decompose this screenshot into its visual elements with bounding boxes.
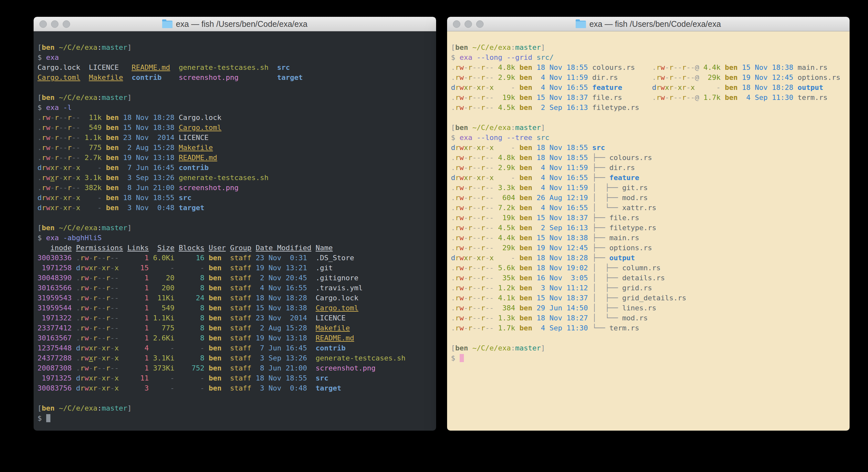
terminal-line: .rw-r--r-- 4.5k ben 2 Sep 16:13 ├── file… [451, 223, 848, 233]
terminal-line: 12375448 drwxr-xr-x 4 - - ben staff 7 Ju… [37, 343, 434, 353]
terminal-line: .rw-r--r-- 5.6k ben 18 Nov 19:02 │ ├── c… [451, 263, 848, 273]
terminal-line: 30083756 drwxr-xr-x 3 - - ben staff 3 No… [37, 383, 434, 393]
terminal-line: drwxr-xr-x - ben 18 Nov 18:28 ├── output [451, 253, 848, 263]
window-title: exa — fish /Users/ben/Code/exa/exa [589, 20, 721, 29]
terminal-line: [ben ~/C/e/exa:master] [37, 92, 434, 102]
terminal-line: drwxr-xr-x - ben 4 Nov 16:55 feature drw… [451, 83, 848, 92]
terminal-line: .rw-r--r-- 19k ben 15 Nov 18:37 ├── file… [451, 213, 848, 223]
terminal-line: .rw-r--r-- 4.8k ben 18 Nov 18:55 ├── col… [451, 153, 848, 163]
terminal-line: [ben ~/C/e/exa:master] [37, 223, 434, 233]
terminal-line: .rw-r--r-- 7.2k ben 4 Nov 16:55 │ └── xa… [451, 203, 848, 213]
window-title: exa — fish /Users/ben/Code/exa/exa [176, 20, 307, 29]
terminal-line: [ben ~/C/e/exa:master] [451, 42, 848, 52]
folder-icon [576, 21, 586, 28]
terminal-line: .rw-r--r-- 3.3k ben 4 Nov 11:59 │ ├── gi… [451, 183, 848, 193]
titlebar[interactable]: exa — fish /Users/ben/Code/exa/exa [34, 17, 436, 31]
terminal-line: .rw-r--r-- 2.9k ben 4 Nov 11:59 dir.rs .… [451, 72, 848, 83]
terminal-line [37, 393, 434, 403]
title-group: exa — fish /Users/ben/Code/exa/exa [162, 20, 307, 29]
close-button[interactable] [453, 20, 460, 28]
terminal-line: .rw-r--r-- 604 ben 26 Aug 12:19 │ ├── mo… [451, 193, 848, 203]
terminal-line: 23377412 .rw-r--r-- 1 775 8 ben staff 2 … [37, 323, 434, 333]
terminal-line: .rw-r--r-- 4.1k ben 15 Nov 18:37 │ ├── g… [451, 293, 848, 303]
terminal-line: .rw-r--r-- 35k ben 16 Nov 3:05 │ ├── det… [451, 273, 848, 283]
terminal-line: .rw-r--r-- 2.9k ben 4 Nov 11:59 ├── dir.… [451, 163, 848, 173]
terminal-line: 30030336 .rw-r--r-- 1 6.0Ki 16 ben staff… [37, 253, 434, 263]
zoom-button[interactable] [476, 20, 484, 28]
terminal-line: .rw-r--r-- 4.8k ben 18 Nov 18:55 colours… [451, 62, 848, 72]
terminal-line: drwxr-xr-x - ben 18 Nov 18:55 src [451, 143, 848, 153]
terminal-content[interactable]: [ben ~/C/e/exa:master]$ exaCargo.lock LI… [34, 31, 436, 431]
terminal-line: $ exa --long --grid src/ [451, 52, 848, 62]
terminal-line: 20087308 .rw-r--r-- 1 373Ki 752 ben staf… [37, 363, 434, 373]
minimize-button[interactable] [465, 20, 472, 28]
close-button[interactable] [39, 20, 47, 28]
terminal-line: 24377288 .rwxr-xr-x 1 3.1Ki 8 ben staff … [37, 353, 434, 363]
minimize-button[interactable] [51, 20, 59, 28]
terminal-line: Cargo.lock LICENCE README.md generate-te… [37, 62, 434, 72]
terminal-line: Cargo.toml Makefile contrib screenshot.p… [37, 72, 434, 83]
terminal-line: [ben ~/C/e/exa:master] [451, 343, 848, 353]
terminal-line [451, 113, 848, 122]
terminal-line: $ exa [37, 52, 434, 62]
terminal-line: .rw-r--r-- 1.2k ben 3 Nov 11:12 │ ├── gr… [451, 283, 848, 293]
terminal-line: 1971258 drwxr-xr-x 15 - - ben staff 19 N… [37, 263, 434, 273]
terminal-line: drwxr-xr-x - ben 18 Nov 18:55 src [37, 193, 434, 203]
terminal-line: 1971325 drwxr-xr-x 11 - - ben staff 18 N… [37, 373, 434, 383]
terminal-line: .rw-r--r-- 19k ben 15 Nov 18:37 file.rs … [451, 92, 848, 102]
terminal-line: .rwxr-xr-x 3.1k ben 3 Sep 13:26 generate… [37, 173, 434, 183]
terminal-line: 31959543 .rw-r--r-- 1 11Ki 24 ben staff … [37, 293, 434, 303]
text-cursor [460, 354, 464, 362]
terminal-line [37, 83, 434, 92]
traffic-lights [453, 17, 484, 31]
terminal-line: inode Permissions Links Size Blocks User… [37, 243, 434, 253]
terminal-line: [ben ~/C/e/exa:master] [37, 403, 434, 413]
terminal-line: .rw-r--r-- 4.4k ben 15 Nov 18:38 ├── mai… [451, 233, 848, 243]
terminal-line: $ exa -abghHliS [37, 233, 434, 243]
terminal-line: drwxr-xr-x - ben 4 Nov 16:55 ├── feature [451, 173, 848, 183]
terminal-line: .rw-r--r-- 1.3k ben 18 Nov 18:27 │ └── m… [451, 313, 848, 323]
zoom-button[interactable] [63, 20, 70, 28]
terminal-line: drwxr-xr-x - ben 7 Jun 16:45 contrib [37, 163, 434, 173]
terminal-line: 30163566 .rw-r--r-- 1 200 8 ben staff 4 … [37, 283, 434, 293]
terminal-line: .rw-r--r-- 549 ben 15 Nov 18:38 Cargo.to… [37, 122, 434, 132]
terminal-line: .rw-r--r-- 1.7k ben 4 Sep 11:30 └── term… [451, 323, 848, 333]
terminal-line: .rw-r--r-- 29k ben 19 Nov 12:45 ├── opti… [451, 243, 848, 253]
terminal-line: $ [451, 353, 848, 363]
terminal-line: .rw-r--r-- 775 ben 2 Aug 15:28 Makefile [37, 143, 434, 153]
terminal-line: $ [37, 413, 434, 423]
terminal-line: $ exa --long --tree src [451, 132, 848, 143]
terminal-content[interactable]: [ben ~/C/e/exa:master]$ exa --long --gri… [447, 31, 849, 431]
terminal-line: [ben ~/C/e/exa:master] [451, 122, 848, 132]
terminal-line: drwxr-xr-x - ben 3 Nov 0:48 target [37, 203, 434, 213]
terminal-window-light: exa — fish /Users/ben/Code/exa/exa [ben … [447, 17, 849, 431]
terminal-line: 31959544 .rw-r--r-- 1 549 8 ben staff 15… [37, 303, 434, 313]
terminal-window-dark: exa — fish /Users/ben/Code/exa/exa [ben … [34, 17, 436, 431]
title-group: exa — fish /Users/ben/Code/exa/exa [576, 20, 721, 29]
terminal-line [451, 333, 848, 343]
terminal-line: 30048390 .rw-r--r-- 1 20 8 ben staff 2 N… [37, 273, 434, 283]
terminal-line: .rw-r--r-- 11k ben 18 Nov 18:28 Cargo.lo… [37, 113, 434, 122]
traffic-lights [39, 17, 70, 31]
terminal-line: $ exa -l [37, 102, 434, 113]
terminal-line: 1971322 .rw-r--r-- 1 1.1Ki 8 ben staff 2… [37, 313, 434, 323]
terminal-line: .rw-r--r-- 2.7k ben 19 Nov 13:18 README.… [37, 153, 434, 163]
titlebar[interactable]: exa — fish /Users/ben/Code/exa/exa [447, 17, 849, 31]
terminal-line [37, 213, 434, 223]
text-cursor [46, 414, 51, 422]
terminal-line: [ben ~/C/e/exa:master] [37, 42, 434, 52]
terminal-line: .rw-r--r-- 4.5k ben 2 Sep 16:13 filetype… [451, 102, 848, 113]
folder-icon [162, 21, 173, 28]
terminal-line: 30163567 .rw-r--r-- 1 2.6Ki 8 ben staff … [37, 333, 434, 343]
terminal-line: .rw-r--r-- 382k ben 8 Jun 21:00 screensh… [37, 183, 434, 193]
terminal-line: .rw-r--r-- 384 ben 29 Jun 14:50 │ ├── li… [451, 303, 848, 313]
terminal-line: .rw-r--r-- 1.1k ben 23 Nov 2014 LICENCE [37, 132, 434, 143]
